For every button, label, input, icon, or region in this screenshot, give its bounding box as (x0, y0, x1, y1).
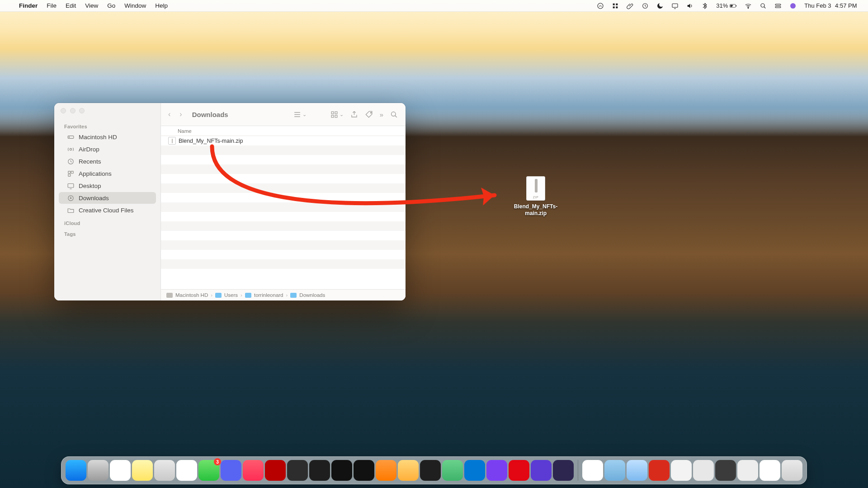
sidebar-item-macintosh-hd[interactable]: Macintosh HD (59, 131, 156, 143)
svg-rect-22 (68, 183, 74, 188)
svg-rect-6 (672, 4, 678, 7)
dock-app-screenshot[interactable] (627, 460, 647, 481)
dock-app-atom[interactable] (442, 460, 463, 481)
path-bar: Macintosh HD› Users› torrinleonard› Down… (161, 289, 406, 300)
dock-app-doc-5[interactable] (760, 460, 780, 481)
status-timemachine-icon[interactable] (638, 2, 653, 9)
file-row[interactable]: Blend_My_NFTs-main.zip (161, 136, 406, 145)
share-button[interactable] (350, 110, 359, 119)
dock-app-avira[interactable] (509, 460, 529, 481)
column-header-name[interactable]: Name (161, 126, 406, 136)
dock-app-pycharm[interactable] (420, 460, 441, 481)
dock-app-github[interactable] (486, 460, 507, 481)
status-display-icon[interactable] (668, 2, 683, 9)
dock-app-doc-2[interactable] (693, 460, 714, 481)
status-wifi-icon[interactable] (741, 2, 756, 9)
desktop: Finder File Edit View Go Window Help 31% (0, 0, 868, 488)
zip-file-icon (526, 176, 545, 201)
status-battery[interactable]: 31% (712, 2, 741, 9)
sidebar-item-recents[interactable]: Recents (59, 155, 156, 167)
window-close-button[interactable] (61, 108, 66, 113)
dock-app-textedit[interactable] (582, 460, 603, 481)
menu-help[interactable]: Help (151, 2, 172, 9)
nav-back-button[interactable]: ‹ (168, 110, 170, 118)
more-button[interactable]: » (380, 111, 383, 118)
search-button[interactable] (390, 110, 398, 119)
sidebar-item-creative-cloud[interactable]: Creative Cloud Files (59, 204, 156, 216)
desktop-file[interactable]: Blend_My_NFTs-main.zip (515, 176, 556, 217)
status-volume-icon[interactable] (683, 2, 698, 9)
dock-app-vscode[interactable] (464, 460, 485, 481)
dock-app-discord[interactable] (221, 460, 241, 481)
dock-app-downloads-stack[interactable] (604, 460, 625, 481)
dock-app-finder[interactable] (66, 460, 86, 481)
dock-app-iterm2[interactable] (354, 460, 374, 481)
menu-go[interactable]: Go (103, 2, 120, 9)
status-time[interactable]: 4:57 PM (835, 2, 861, 9)
window-minimize-button[interactable] (70, 108, 75, 113)
svg-rect-27 (335, 115, 337, 117)
status-user-icon[interactable] (786, 2, 801, 9)
dock-app-doc-1[interactable] (671, 460, 692, 481)
dock-app-music[interactable] (243, 460, 264, 481)
dock-app-doc-4[interactable] (737, 460, 758, 481)
svg-point-29 (392, 112, 396, 116)
path-segment[interactable]: Macintosh HD (175, 292, 208, 298)
sidebar-item-desktop[interactable]: Desktop (59, 180, 156, 192)
sidebar-item-applications[interactable]: Applications (59, 168, 156, 179)
downloads-icon (67, 194, 75, 202)
dock-app-obs[interactable] (287, 460, 308, 481)
path-segment[interactable]: torrinleonard (254, 292, 283, 298)
folder-icon (67, 206, 75, 214)
status-controlcenter-icon[interactable] (771, 2, 786, 9)
folder-icon (245, 293, 251, 298)
dock-app-terminal[interactable] (309, 460, 330, 481)
menu-window[interactable]: Window (120, 2, 151, 9)
dock-app-app-tn[interactable] (553, 460, 574, 481)
dock-app-settings[interactable] (88, 460, 108, 481)
status-bluetooth-icon[interactable] (698, 2, 712, 9)
path-segment[interactable]: Downloads (299, 292, 325, 298)
dock-app-notes[interactable] (132, 460, 153, 481)
status-avira-icon[interactable] (593, 2, 608, 9)
dock-app-iterm[interactable] (331, 460, 352, 481)
sidebar-section-favorites: Favorites (54, 120, 160, 131)
sidebar-item-downloads[interactable]: Downloads (59, 192, 156, 204)
dock-app-launchpad[interactable] (154, 460, 175, 481)
dock-app-blender[interactable] (376, 460, 396, 481)
sidebar-item-label: Recents (79, 158, 101, 165)
sidebar-section-icloud: iCloud (54, 216, 160, 227)
dock-app-doc-3[interactable] (715, 460, 736, 481)
menubar: Finder File Edit View Go Window Help 31% (0, 0, 868, 12)
view-list-button[interactable]: ⌄ (293, 110, 307, 119)
svg-point-10 (748, 7, 749, 8)
dock-app-messages[interactable]: 3 (198, 460, 219, 481)
battery-pct-label: 31% (716, 2, 728, 9)
disk-icon (166, 293, 173, 298)
window-zoom-button[interactable] (79, 108, 85, 113)
nav-forward-button[interactable]: › (179, 110, 182, 118)
status-paperclip-icon[interactable] (623, 2, 638, 9)
status-grid-icon[interactable] (608, 2, 623, 9)
tags-button[interactable] (365, 110, 373, 119)
status-spotlight-icon[interactable] (756, 2, 771, 9)
sidebar-item-airdrop[interactable]: AirDrop (59, 143, 156, 155)
svg-rect-24 (331, 112, 334, 114)
dock-app-adblock[interactable] (649, 460, 670, 481)
menu-file[interactable]: File (42, 2, 61, 9)
status-dnd-icon[interactable] (653, 2, 668, 9)
dock-app-trash[interactable] (782, 460, 802, 481)
view-group-button[interactable]: ⌄ (330, 110, 344, 119)
dock-app-reminders[interactable] (110, 460, 131, 481)
dock-app-sublime[interactable] (398, 460, 419, 481)
dock-app-app-x[interactable] (531, 460, 552, 481)
finder-window[interactable]: Favorites Macintosh HD AirDrop Recents A… (54, 103, 406, 300)
status-date[interactable]: Thu Feb 3 (801, 2, 835, 9)
menu-view[interactable]: View (80, 2, 103, 9)
dock-app-chrome[interactable] (176, 460, 197, 481)
dock-app-filezilla[interactable] (265, 460, 286, 481)
app-menu[interactable]: Finder (14, 2, 42, 9)
menu-edit[interactable]: Edit (61, 2, 80, 9)
svg-rect-26 (331, 115, 334, 117)
path-segment[interactable]: Users (224, 292, 238, 298)
